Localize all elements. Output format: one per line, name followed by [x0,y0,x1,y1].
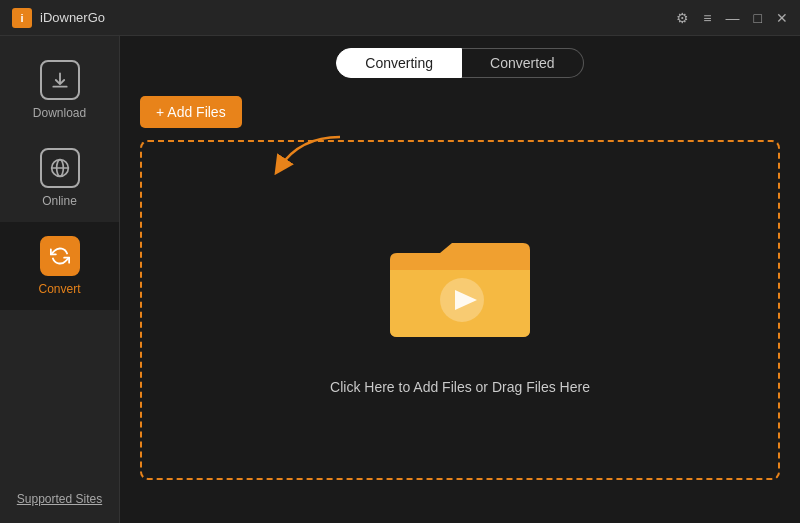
title-bar-controls: ⚙ ≡ — □ ✕ [676,10,788,26]
app-icon: i [12,8,32,28]
title-bar: i iDownerGo ⚙ ≡ — □ ✕ [0,0,800,36]
sidebar-item-online[interactable]: Online [0,134,119,222]
sidebar-item-download[interactable]: Download [0,46,119,134]
minimize-button[interactable]: — [726,10,740,26]
drop-zone[interactable]: Click Here to Add Files or Drag Files He… [140,140,780,480]
close-button[interactable]: ✕ [776,10,788,26]
sidebar-bottom: Supported Sites [0,489,119,507]
sidebar-item-convert[interactable]: Convert [0,222,119,310]
convert-icon [40,236,80,276]
maximize-button[interactable]: □ [754,10,762,26]
tab-converted[interactable]: Converted [462,48,584,78]
sidebar-item-online-label: Online [42,194,77,208]
tabs-bar: Converting Converted [140,48,780,78]
sidebar-item-convert-label: Convert [38,282,80,296]
sidebar-item-download-label: Download [33,106,86,120]
title-bar-left: i iDownerGo [12,8,105,28]
main-layout: Download Online Convert [0,36,800,523]
settings-icon[interactable]: ⚙ [676,10,689,26]
tab-converting[interactable]: Converting [336,48,462,78]
sidebar: Download Online Convert [0,36,120,523]
download-icon [40,60,80,100]
add-files-button[interactable]: + Add Files [140,96,242,128]
content-area: Converting Converted + Add Files [120,36,800,523]
app-title: iDownerGo [40,10,105,25]
add-files-area: + Add Files [140,96,780,511]
supported-sites-link[interactable]: Supported Sites [17,492,102,506]
menu-icon[interactable]: ≡ [703,10,711,26]
folder-icon [380,225,540,359]
drop-zone-text: Click Here to Add Files or Drag Files He… [330,379,590,395]
online-icon [40,148,80,188]
